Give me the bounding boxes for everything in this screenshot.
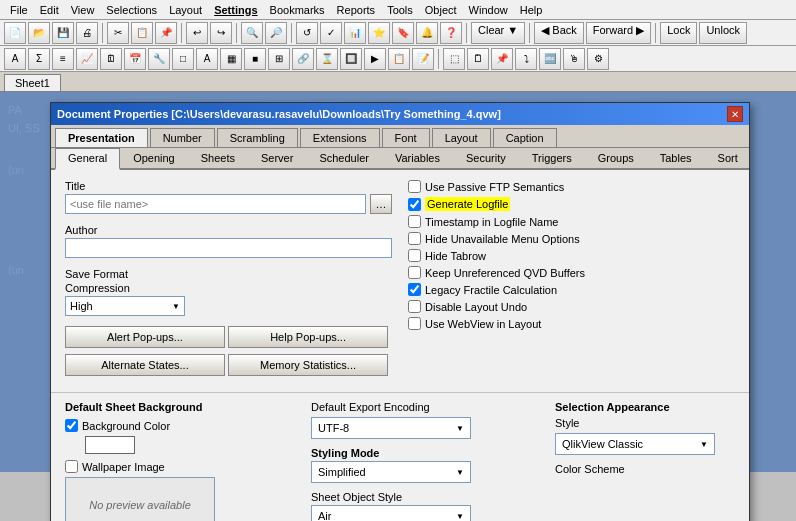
clear-btn[interactable]: Clear ▼ <box>471 22 525 44</box>
reload-btn[interactable]: ↺ <box>296 22 318 44</box>
tb2-btn3[interactable]: ≡ <box>52 48 74 70</box>
menu-window[interactable]: Window <box>463 2 514 18</box>
tab-layout[interactable]: Layout <box>432 128 491 147</box>
sheet-object-style-dropdown[interactable]: Air ▼ <box>311 505 471 521</box>
tb2-btn2[interactable]: Σ <box>28 48 50 70</box>
memory-statistics-button[interactable]: Memory Statistics... <box>228 354 388 376</box>
legacy-fractile-checkbox[interactable] <box>408 283 421 296</box>
alert-popups-button[interactable]: Alert Pop-ups... <box>65 326 225 348</box>
chart-btn[interactable]: 📊 <box>344 22 366 44</box>
tab-scrambling[interactable]: Scrambling <box>217 128 298 147</box>
tb2-btn4[interactable]: 📈 <box>76 48 98 70</box>
background-color-checkbox[interactable] <box>65 419 78 432</box>
menu-reports[interactable]: Reports <box>331 2 382 18</box>
check-btn[interactable]: ✓ <box>320 22 342 44</box>
tab-security[interactable]: Security <box>453 148 519 168</box>
tab-groups[interactable]: Groups <box>585 148 647 168</box>
star-btn[interactable]: ⭐ <box>368 22 390 44</box>
compression-dropdown[interactable]: High ▼ <box>65 296 185 316</box>
encoding-dropdown[interactable]: UTF-8 ▼ <box>311 417 471 439</box>
hide-unavailable-checkbox[interactable] <box>408 232 421 245</box>
tb2-btn16[interactable]: ▶ <box>364 48 386 70</box>
menu-layout[interactable]: Layout <box>163 2 208 18</box>
tb2-btn22[interactable]: ⤵ <box>515 48 537 70</box>
zoom-btn[interactable]: 🔍 <box>241 22 263 44</box>
tab-caption[interactable]: Caption <box>493 128 557 147</box>
tb2-btn20[interactable]: 🗒 <box>467 48 489 70</box>
tb2-btn14[interactable]: ⌛ <box>316 48 338 70</box>
tab-extensions[interactable]: Extensions <box>300 128 380 147</box>
tb2-btn18[interactable]: 📝 <box>412 48 434 70</box>
tb2-btn15[interactable]: 🔲 <box>340 48 362 70</box>
cut-btn[interactable]: ✂ <box>107 22 129 44</box>
keep-unreferenced-checkbox[interactable] <box>408 266 421 279</box>
menu-selections[interactable]: Selections <box>100 2 163 18</box>
new-btn[interactable]: 📄 <box>4 22 26 44</box>
menu-tools[interactable]: Tools <box>381 2 419 18</box>
generate-logfile-checkbox[interactable] <box>408 198 421 211</box>
menu-file[interactable]: File <box>4 2 34 18</box>
tb2-btn23[interactable]: 🔤 <box>539 48 561 70</box>
tb2-btn8[interactable]: □ <box>172 48 194 70</box>
tb2-btn1[interactable]: A <box>4 48 26 70</box>
menu-view[interactable]: View <box>65 2 101 18</box>
tab-tables[interactable]: Tables <box>647 148 705 168</box>
style-dropdown[interactable]: QlikView Classic ▼ <box>555 433 715 455</box>
tab-general[interactable]: General <box>55 148 120 170</box>
forward-btn[interactable]: Forward ▶ <box>586 22 651 44</box>
tab-variables[interactable]: Variables <box>382 148 453 168</box>
title-input[interactable] <box>65 194 366 214</box>
tab-server[interactable]: Server <box>248 148 306 168</box>
save-btn[interactable]: 💾 <box>52 22 74 44</box>
styling-mode-dropdown[interactable]: Simplified ▼ <box>311 461 471 483</box>
tab-triggers[interactable]: Triggers <box>519 148 585 168</box>
hide-tabrow-checkbox[interactable] <box>408 249 421 262</box>
paste-btn[interactable]: 📌 <box>155 22 177 44</box>
passive-ftp-checkbox[interactable] <box>408 180 421 193</box>
tab-presentation[interactable]: Presentation <box>55 128 148 147</box>
tab-number[interactable]: Number <box>150 128 215 147</box>
tb2-btn17[interactable]: 📋 <box>388 48 410 70</box>
tb2-btn6[interactable]: 📅 <box>124 48 146 70</box>
tb2-btn13[interactable]: 🔗 <box>292 48 314 70</box>
tab-scheduler[interactable]: Scheduler <box>306 148 382 168</box>
background-color-swatch[interactable] <box>85 436 135 454</box>
dialog-close-button[interactable]: ✕ <box>727 106 743 122</box>
find-btn[interactable]: 🔎 <box>265 22 287 44</box>
tb2-btn21[interactable]: 📌 <box>491 48 513 70</box>
tb2-btn5[interactable]: 🗓 <box>100 48 122 70</box>
menu-settings[interactable]: Settings <box>208 2 263 18</box>
redo-btn[interactable]: ↪ <box>210 22 232 44</box>
copy-btn[interactable]: 📋 <box>131 22 153 44</box>
undo-btn[interactable]: ↩ <box>186 22 208 44</box>
menu-object[interactable]: Object <box>419 2 463 18</box>
print-btn[interactable]: 🖨 <box>76 22 98 44</box>
tb2-btn11[interactable]: ■ <box>244 48 266 70</box>
tb2-btn10[interactable]: ▦ <box>220 48 242 70</box>
alternate-states-button[interactable]: Alternate States... <box>65 354 225 376</box>
title-dots-button[interactable]: … <box>370 194 392 214</box>
tab-sheets[interactable]: Sheets <box>188 148 248 168</box>
lock-btn[interactable]: Lock <box>660 22 697 44</box>
tab-font[interactable]: Font <box>382 128 430 147</box>
menu-help[interactable]: Help <box>514 2 549 18</box>
tab-opening[interactable]: Opening <box>120 148 188 168</box>
open-btn[interactable]: 📂 <box>28 22 50 44</box>
tb2-btn24[interactable]: 🖱 <box>563 48 585 70</box>
menu-bookmarks[interactable]: Bookmarks <box>264 2 331 18</box>
tb2-btn9[interactable]: A <box>196 48 218 70</box>
tab-sort[interactable]: Sort <box>705 148 751 168</box>
alert-btn[interactable]: 🔔 <box>416 22 438 44</box>
tb2-btn25[interactable]: ⚙ <box>587 48 609 70</box>
webview-checkbox[interactable] <box>408 317 421 330</box>
author-input[interactable] <box>65 238 392 258</box>
bookmark-btn[interactable]: 🔖 <box>392 22 414 44</box>
tb2-btn19[interactable]: ⬚ <box>443 48 465 70</box>
help-popups-button[interactable]: Help Pop-ups... <box>228 326 388 348</box>
unlock-btn[interactable]: Unlock <box>699 22 747 44</box>
help-btn[interactable]: ❓ <box>440 22 462 44</box>
timestamp-checkbox[interactable] <box>408 215 421 228</box>
tb2-btn12[interactable]: ⊞ <box>268 48 290 70</box>
menu-edit[interactable]: Edit <box>34 2 65 18</box>
back-btn[interactable]: ◀ Back <box>534 22 584 44</box>
